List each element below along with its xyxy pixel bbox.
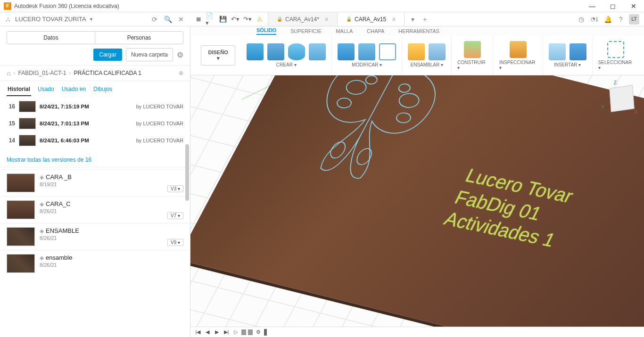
- workspace-dropdown[interactable]: DISEÑO ▾: [201, 45, 235, 66]
- subtab-history[interactable]: Historial: [7, 84, 31, 96]
- file-item[interactable]: ◈CARA_C 8/26/21 V7 ▾: [0, 196, 190, 223]
- timeline-prev-icon[interactable]: ◀: [204, 329, 211, 335]
- panel-close-icon[interactable]: ✕: [176, 16, 186, 23]
- shell-icon[interactable]: [379, 43, 396, 60]
- tab-close-icon[interactable]: ×: [392, 16, 396, 23]
- subtab-used-in[interactable]: Usado en: [61, 84, 87, 96]
- svg-point-3: [395, 112, 413, 124]
- select-icon[interactable]: [607, 41, 624, 58]
- file-menu[interactable]: 📄▾: [206, 14, 216, 25]
- help-icon[interactable]: ?: [616, 14, 626, 25]
- search-icon[interactable]: 🔍: [163, 16, 173, 23]
- press-pull-icon[interactable]: [338, 43, 355, 60]
- segmented-tabs: Datos Personas: [7, 31, 183, 44]
- timeline-settings-icon[interactable]: ⚙: [255, 329, 262, 335]
- ribbon-label-insert[interactable]: INSERTAR ▾: [554, 62, 581, 67]
- doc-tab[interactable]: 🔒 CARA_Av14* ×: [268, 12, 338, 26]
- tab-people[interactable]: Personas: [95, 32, 183, 44]
- file-item[interactable]: ◈ENSAMBLE 8/26/21 V9 ▾: [0, 223, 190, 250]
- redo-icon[interactable]: ↷▾: [242, 14, 253, 25]
- save-icon[interactable]: 💾: [218, 14, 228, 25]
- construct-icon[interactable]: [464, 41, 481, 58]
- history-row[interactable]: 14 8/24/21, 6:46:03 PM by LUCERO TOVAR: [5, 132, 185, 149]
- ribbon-label-assemble[interactable]: ENSAMBLAR ▾: [411, 62, 443, 67]
- apps-icon[interactable]: ▦: [193, 14, 204, 25]
- timeline-start-icon[interactable]: |◀: [194, 329, 202, 335]
- job-status[interactable]: ◔ 1: [589, 14, 600, 25]
- gear-icon[interactable]: ⚙: [177, 50, 183, 59]
- undo-icon[interactable]: ↶▾: [230, 14, 240, 25]
- close-button[interactable]: ✕: [627, 2, 640, 10]
- tab-data[interactable]: Datos: [7, 32, 95, 44]
- file-thumbnail: [7, 200, 35, 219]
- ribbon-label-construct[interactable]: CONSTRUIR ▾: [457, 60, 487, 70]
- ribbon-label-modify[interactable]: MODIFICAR ▾: [352, 62, 382, 67]
- timeline-next-icon[interactable]: ▶: [213, 329, 221, 335]
- version-dropdown[interactable]: V9 ▾: [167, 239, 183, 246]
- timeline-feature[interactable]: [241, 329, 246, 335]
- revolve-icon[interactable]: [288, 43, 305, 60]
- component-icon: ◈: [40, 174, 44, 181]
- file-item[interactable]: ◈ensamble 8/26/21: [0, 250, 190, 277]
- minimize-button[interactable]: —: [586, 2, 599, 10]
- extensions-icon[interactable]: ◷: [576, 14, 586, 25]
- data-panel: Datos Personas Cargar Nueva carpeta ⚙ ⌂ …: [0, 26, 190, 337]
- assemble-icon[interactable]: [408, 43, 425, 60]
- extrude-icon[interactable]: [267, 43, 284, 60]
- subtabs: Historial Usado Usado en Dibujos: [0, 81, 190, 96]
- ribbon-label-inspect[interactable]: INSPECCIONAR ▾: [499, 60, 537, 70]
- scrollbar[interactable]: [184, 88, 190, 337]
- viewcube-face[interactable]: [609, 85, 634, 112]
- timeline-end-icon[interactable]: ▶|: [223, 329, 230, 335]
- sweep-icon[interactable]: [309, 43, 326, 60]
- insert-decal-icon[interactable]: [570, 43, 586, 60]
- home-icon[interactable]: ⌂: [7, 69, 10, 77]
- breadcrumb-item-current: PRÁCTICA CALIFICADA 1: [74, 70, 141, 76]
- subtab-used[interactable]: Usado: [37, 84, 55, 96]
- ribbon-tab-sheet[interactable]: CHAPA: [367, 28, 384, 34]
- ribbon-tab-surface[interactable]: SUPERFICIE: [290, 28, 322, 34]
- timeline-cursor[interactable]: [264, 329, 267, 336]
- data-panel-header[interactable]: ⛬ LUCERO TOVAR ZURITA ▾ ⟳ 🔍 ✕: [0, 16, 190, 23]
- refresh-icon[interactable]: ⟳: [150, 16, 159, 23]
- viewcube[interactable]: Z Y X: [602, 80, 639, 123]
- breadcrumb-item[interactable]: FABDIG_01-ACT-1: [18, 70, 66, 76]
- doc-tab-active[interactable]: 🔒 CARA_Av15 ×: [338, 12, 405, 26]
- fillet-icon[interactable]: [358, 43, 375, 60]
- ribbon-label-create[interactable]: CREAR ▾: [276, 62, 297, 67]
- ribbon-tab-mesh[interactable]: MALLA: [336, 28, 353, 34]
- insert-derive-icon[interactable]: [549, 43, 566, 60]
- show-all-versions-link[interactable]: Mostrar todas las versiones de 16: [0, 153, 190, 167]
- subtab-drawings[interactable]: Dibujos: [92, 84, 113, 96]
- scrollbar-thumb[interactable]: [185, 144, 189, 201]
- app-title: Autodesk Fusion 360 (Licencia educativa): [14, 3, 119, 9]
- new-folder-button[interactable]: Nueva carpeta: [126, 48, 173, 61]
- document-tabs: 🔒 CARA_Av14* × 🔒 CARA_Av15 × ▾ +: [268, 12, 571, 26]
- user-avatar[interactable]: LT: [629, 14, 639, 25]
- ribbon-tab-tools[interactable]: HERRAMIENTAS: [398, 28, 439, 34]
- notifications-icon[interactable]: 🔔: [603, 14, 613, 25]
- version-dropdown[interactable]: V3 ▾: [167, 185, 183, 192]
- timeline-play-icon[interactable]: ▷: [232, 329, 239, 335]
- team-icon: ⛬: [5, 16, 11, 23]
- sketch-icon[interactable]: [247, 43, 264, 60]
- new-tab-icon[interactable]: +: [420, 14, 430, 25]
- inspect-icon[interactable]: [510, 41, 527, 58]
- doc-tab-label: CARA_Av15: [355, 16, 386, 23]
- maximize-button[interactable]: ◻: [606, 2, 619, 10]
- viewport[interactable]: Lucero Tovar FabDig 01 Actividades 1 Z Y…: [190, 75, 644, 337]
- timeline-feature[interactable]: [248, 329, 253, 335]
- joint-icon[interactable]: [429, 43, 446, 60]
- warning-icon[interactable]: ⚠: [255, 14, 265, 25]
- history-row[interactable]: 15 8/24/21, 7:01:13 PM by LUCERO TOVAR: [5, 115, 185, 132]
- ribbon-label-select[interactable]: SELECCIONAR ▾: [598, 60, 634, 70]
- version-dropdown[interactable]: V7 ▾: [167, 212, 183, 219]
- history-row[interactable]: 16 8/24/21, 7:15:19 PM by LUCERO TOVAR: [5, 98, 185, 115]
- file-item[interactable]: ◈CARA _B 8/19/21 V3 ▾: [0, 169, 190, 196]
- upload-button[interactable]: Cargar: [93, 49, 122, 61]
- tab-close-icon[interactable]: ×: [325, 16, 329, 23]
- globe-icon[interactable]: ⊕: [179, 70, 183, 76]
- tab-list-icon[interactable]: ▾: [407, 14, 418, 25]
- file-list: ◈CARA _B 8/19/21 V3 ▾ ◈CARA_C 8/26/21 V7…: [0, 167, 190, 279]
- ribbon-tab-solid[interactable]: SÓLIDO: [256, 27, 276, 35]
